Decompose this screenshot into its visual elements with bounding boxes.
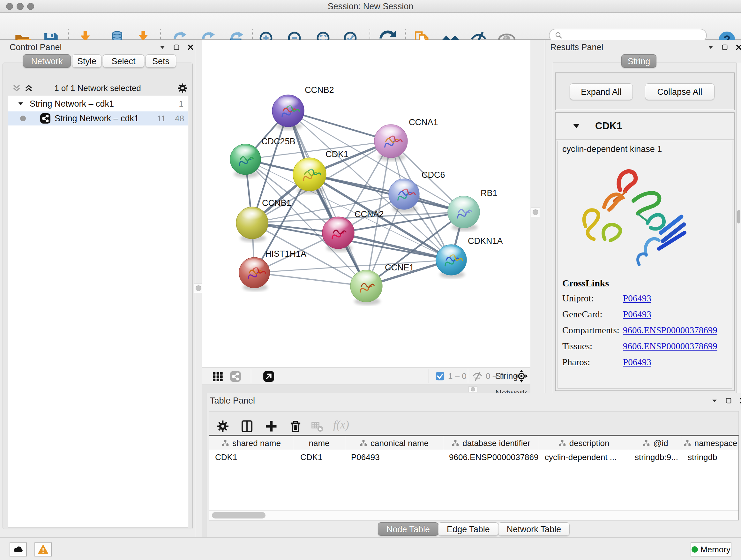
string-badge-icon[interactable] — [230, 371, 241, 382]
expand-all-button[interactable]: Expand All — [569, 83, 633, 100]
tree-expander-icon[interactable] — [17, 100, 24, 108]
node-CCNA1[interactable] — [374, 125, 408, 161]
crosslink-link[interactable]: P06493 — [623, 293, 651, 304]
node-label-CDC6: CDC6 — [421, 170, 445, 180]
tab-select[interactable]: Select — [103, 54, 144, 68]
delete-columns-button[interactable] — [288, 419, 302, 433]
tab-network-table[interactable]: Network Table — [498, 522, 570, 536]
left-splitter[interactable] — [195, 40, 202, 540]
network-canvas[interactable]: CCNB2CCNA1CDC25BCDK1CDC6RB1CCNB1CCNA2CDK… — [202, 40, 530, 367]
network-options-gear-icon[interactable] — [177, 82, 188, 94]
panel-float-icon[interactable] — [724, 396, 733, 405]
search-icon — [555, 31, 563, 40]
table-cell[interactable]: CDK1 — [209, 450, 293, 464]
edge-CCNE1-HIST1H1A[interactable] — [254, 273, 366, 286]
results-panel-title: Results Panel — [550, 43, 603, 52]
crosslink-label: Uniprot: — [562, 293, 623, 304]
panel-close-icon[interactable] — [186, 43, 195, 51]
horizontal-splitter-handle[interactable] — [468, 386, 477, 392]
tab-node-table[interactable]: Node Table — [378, 522, 439, 536]
results-panel: Results Panel String Expand All Collapse… — [545, 40, 741, 393]
tab-sets[interactable]: Sets — [145, 54, 176, 68]
column-header-namespace[interactable]: namespace — [682, 436, 739, 450]
tab-edge-table[interactable]: Edge Table — [438, 522, 498, 536]
node-CDC6[interactable] — [389, 179, 419, 212]
column-header-database-identifier[interactable]: database identifier — [443, 436, 539, 450]
column-header-shared-name[interactable]: shared name — [209, 436, 293, 450]
network-row-selected[interactable]: String Network – cdk1 11 48 — [8, 111, 188, 125]
column-header-canonical-name[interactable]: canonical name — [345, 436, 443, 450]
crosslink-link[interactable]: P06493 — [623, 357, 651, 368]
crosslink-link[interactable]: 9606.ENSP00000378699 — [623, 325, 718, 335]
table-options-button[interactable] — [216, 419, 230, 433]
column-header--id[interactable]: @id — [629, 436, 682, 450]
network-label: String Network – cdk1 — [55, 114, 139, 124]
node-label-CCNA1: CCNA1 — [409, 118, 438, 127]
gene-symbol: CDK1 — [595, 113, 622, 139]
column-header-description[interactable]: description — [539, 436, 629, 450]
edge-CCNB2-CCNE1[interactable] — [288, 111, 366, 286]
section-expander-icon[interactable] — [572, 123, 581, 129]
table-row[interactable]: CDK1CDK1P064939606.ENSP00000378699cyclin… — [209, 450, 738, 464]
node-CCNE1[interactable] — [350, 270, 382, 305]
node-HIST1H1A[interactable] — [239, 257, 270, 291]
tab-network[interactable]: Network — [23, 54, 71, 68]
node-CCNA2[interactable] — [322, 217, 354, 252]
warnings-button[interactable] — [35, 543, 52, 557]
memory-button[interactable]: Memory — [690, 543, 731, 557]
center-view-icon[interactable] — [515, 370, 528, 382]
selected-checkbox-icon[interactable] — [435, 371, 445, 381]
create-column-button[interactable] — [264, 419, 278, 433]
open-view-icon[interactable] — [263, 371, 274, 382]
node-CDK1[interactable] — [293, 158, 326, 194]
toggle-columns-button[interactable] — [240, 419, 254, 433]
collection-count: 1 — [179, 99, 184, 109]
selection-status: 1 of 1 Network selected — [3, 80, 193, 96]
right-splitter-handle[interactable] — [531, 207, 540, 217]
table-cell[interactable]: 9606.ENSP00000378699 — [443, 450, 539, 464]
hidden-count: 0 – 0 — [486, 368, 504, 385]
panel-collapse-icon[interactable] — [706, 43, 715, 51]
tab-string[interactable]: String — [621, 54, 657, 68]
crosslink-row: Tissues:9606.ENSP00000378699 — [562, 341, 728, 352]
node-CCNB1[interactable] — [236, 207, 268, 242]
control-panel: Control Panel NetworkStyleSelectSets 1 o… — [0, 40, 195, 540]
panel-float-icon[interactable] — [721, 43, 729, 51]
node-CDKN1A[interactable] — [436, 245, 467, 278]
node-CCNB2[interactable] — [272, 95, 304, 130]
column-type-icon — [452, 439, 459, 447]
search-input[interactable] — [565, 31, 699, 40]
table-cell[interactable]: P06493 — [345, 450, 443, 464]
network-list: String Network – cdk1 1 String Network –… — [8, 96, 188, 527]
panel-float-icon[interactable] — [172, 43, 181, 51]
crosslink-link[interactable]: P06493 — [623, 309, 651, 320]
cloud-button[interactable] — [10, 543, 27, 557]
table-cell[interactable]: CDK1 — [293, 450, 345, 464]
gene-section-header[interactable]: CDK1 — [556, 113, 734, 139]
main-toolbar: ? — [0, 13, 741, 40]
table-cell[interactable]: cyclin-dependent ... — [539, 450, 629, 464]
results-scrollbar-thumb[interactable] — [737, 210, 740, 224]
grid-view-icon[interactable] — [212, 371, 223, 382]
node-label-CDC25B: CDC25B — [261, 137, 295, 146]
node-CDC25B[interactable] — [230, 144, 261, 178]
column-type-icon — [221, 439, 229, 447]
table-cell[interactable]: stringdb:9... — [629, 450, 682, 464]
table-hscrollbar[interactable] — [209, 510, 738, 520]
network-collection-row[interactable]: String Network – cdk1 1 — [8, 97, 188, 111]
results-scrollbar[interactable] — [736, 63, 741, 394]
memory-status-dot — [691, 546, 698, 553]
panel-collapse-icon[interactable] — [158, 43, 166, 51]
panel-close-icon[interactable] — [738, 396, 741, 405]
table-cell[interactable]: stringdb — [682, 450, 739, 464]
node-RB1[interactable] — [448, 196, 480, 231]
tab-style[interactable]: Style — [72, 54, 102, 68]
node-label-CCNE1: CCNE1 — [385, 263, 414, 272]
panel-collapse-icon[interactable] — [711, 396, 719, 405]
collapse-all-button[interactable]: Collapse All — [645, 83, 715, 100]
column-header-name[interactable]: name — [293, 436, 345, 450]
crosslink-link[interactable]: 9606.ENSP00000378699 — [623, 341, 718, 352]
panel-close-icon[interactable] — [735, 43, 741, 51]
function-builder-button[interactable]: f(x) — [333, 418, 349, 431]
table-hscrollbar-thumb[interactable] — [212, 512, 266, 518]
